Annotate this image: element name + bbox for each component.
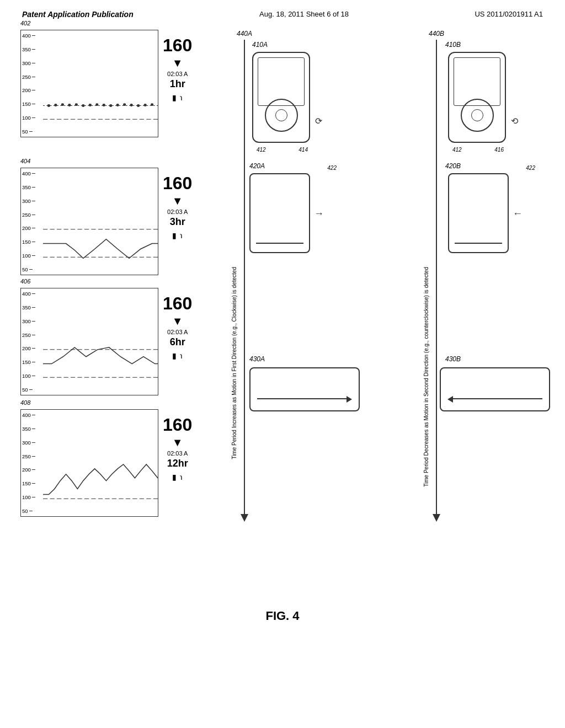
device-scroll-420A: → 422 [249,173,310,253]
info-arrow-402: ▼ [172,57,183,69]
info-time-404: 02:03 A [167,208,188,215]
info-duration-408: 12hr [167,458,188,469]
label-416: 416 [494,147,504,153]
device-phone-410B: ⟲ 412 416 [448,52,506,143]
info-value-406: 160 [163,293,192,314]
svg-point-3 [61,103,64,106]
chart-area-404 [43,168,158,275]
label-412-right: 412 [452,147,462,153]
chart-404-info: 160 ▼ 02:03 A 3hr ▮ ℩ [163,173,192,240]
chart-406-info: 160 ▼ 02:03 A 6hr ▮ ℩ [163,293,192,360]
cw-arrow-410A: ⟳ [315,116,322,126]
right-arrow-head [433,514,440,522]
info-value-408: 160 [163,415,192,435]
chart-404-label: 404 [20,158,30,164]
scroll-arrow-left-420B: ← [513,207,523,219]
device-hscroll-430B [440,367,550,411]
svg-point-12 [123,103,126,106]
left-arrow-head [241,514,248,522]
svg-point-13 [130,104,133,106]
right-arrow-area: 440B Time Period Decreases as Motion in … [429,30,444,522]
publication-date: Aug. 18, 2011 Sheet 6 of 18 [259,10,349,18]
device-scroll-420B: ← 422 [448,173,509,253]
battery-full-icon: ▮ [172,93,177,102]
signal-icon-406: ℩ [180,351,183,360]
y-axis-404: 400 350 300 250 200 150 100 50 [21,168,43,275]
signal-icon-404: ℩ [180,231,183,240]
signal-icon-408: ℩ [180,473,183,481]
signal-icon-402: ℩ [180,93,183,102]
info-icons-402: ▮ ℩ [172,93,183,102]
label-410B: 410B [445,41,461,49]
chart-408-info: 160 ▼ 02:03 A 12hr ▮ ℩ [163,415,192,481]
chart-402: 402 400 350 300 250 200 150 100 50 [20,30,164,137]
label-420A: 420A [249,162,265,170]
svg-point-7 [89,104,92,106]
svg-point-16 [151,103,153,106]
label-422-right: 422 [526,165,535,171]
svg-point-5 [75,103,78,106]
battery-full-icon-404: ▮ [172,231,177,240]
info-time-408: 02:03 A [167,450,188,457]
svg-point-9 [103,104,105,106]
svg-point-11 [116,104,119,106]
left-arrow-area: 440A Time Period Increases as Motion in … [237,30,252,522]
y-axis-402: 400 350 300 250 200 150 100 50 [21,30,43,137]
chart-404: 404 400 350 300 250 200 150 100 50 [20,168,164,275]
svg-point-2 [54,104,57,106]
chart-area-406 [43,288,158,395]
label-440B: 440B [429,30,444,38]
svg-point-4 [68,104,71,106]
info-time-406: 02:03 A [167,329,188,335]
chart-406-panel: 400 350 300 250 200 150 100 50 [20,288,158,395]
chart-408-label: 408 [20,399,30,406]
info-arrow-404: ▼ [172,195,183,207]
svg-point-6 [82,104,84,107]
right-arrow-shaft [436,40,437,514]
label-410A: 410A [252,41,268,49]
y-axis-408: 400 350 300 250 200 150 100 50 [21,410,43,516]
svg-point-10 [109,104,112,107]
chart-404-panel: 400 350 300 250 200 150 100 50 [20,168,158,275]
label-414: 414 [299,147,308,153]
info-icons-404: ▮ ℩ [172,231,183,240]
label-420B: 420B [445,162,461,170]
label-422-left: 422 [327,165,337,171]
info-icons-408: ▮ ℩ [172,473,183,481]
info-value-404: 160 [163,173,192,194]
label-412-left: 412 [257,147,266,153]
publication-title: Patent Application Publication [22,10,134,19]
left-arrow-shaft [244,40,245,514]
scroll-arrow-right-420A: → [314,207,324,219]
info-value-402: 160 [163,35,192,56]
left-arrow-label: Time Period Increases as Motion in First… [231,267,242,459]
svg-point-1 [47,104,50,107]
chart-402-info: 160 ▼ 02:03 A 1hr ▮ ℩ [163,35,192,102]
info-icons-406: ▮ ℩ [172,351,183,360]
label-430A: 430A [249,355,265,363]
chart-area-408 [43,410,158,516]
label-440A: 440A [237,30,252,38]
info-arrow-406: ▼ [172,315,183,328]
right-arrow-label: Time Period Decreases as Motion in Secon… [423,267,434,487]
svg-point-14 [137,104,140,107]
svg-point-15 [144,104,147,106]
info-duration-404: 3hr [170,216,185,228]
info-time-402: 02:03 A [167,71,188,77]
battery-half-icon-406: ▮ [172,351,177,360]
info-duration-402: 1hr [170,78,185,90]
diagram-container: 402 400 350 300 250 200 150 100 50 [20,30,545,636]
svg-point-8 [95,103,98,106]
chart-408: 408 400 350 300 250 200 150 100 50 [20,409,164,517]
info-duration-406: 6hr [170,336,185,348]
chart-406: 406 400 350 300 250 200 150 100 50 [20,288,164,395]
ccw-arrow-410B: ⟲ [511,116,518,126]
chart-408-panel: 400 350 300 250 200 150 100 50 [20,409,158,517]
battery-half-icon-408: ▮ [172,473,177,481]
page-header: Patent Application Publication Aug. 18, … [0,0,565,19]
chart-area-402 [43,30,158,137]
device-hscroll-430A [249,367,360,411]
label-430B: 430B [445,355,461,363]
publication-number: US 2011/0201911 A1 [475,10,543,18]
device-phone-410A: ⟳ 412 414 [252,52,310,143]
